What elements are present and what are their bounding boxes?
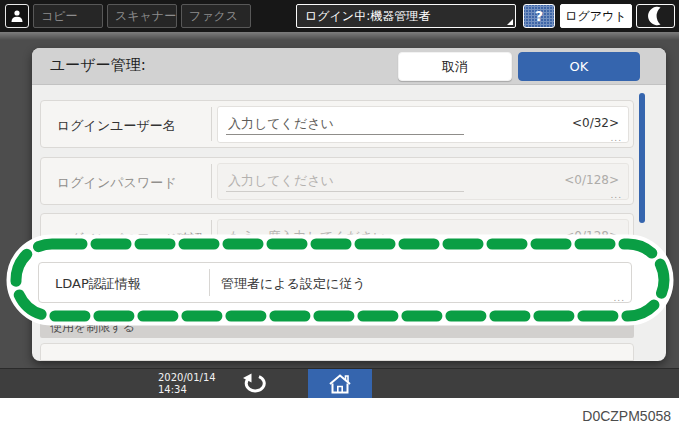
tab-copy[interactable]: コピー [33, 4, 103, 28]
password-label: ログインパスワード [57, 174, 176, 192]
ldap-auth-value: 管理者による設定に従う [221, 275, 366, 293]
password-counter: <0/128> [564, 173, 619, 187]
partial-row [40, 343, 634, 361]
row-divider [211, 164, 212, 198]
cancel-button[interactable]: 取消 [398, 52, 512, 81]
login-name-row: ログインユーザー名 入力してください <0/32> ... [40, 100, 634, 148]
ldap-auth-row[interactable]: LDAP認証情報 管理者による設定に従う ... [38, 262, 632, 303]
device-screen: コピー スキャナー ファクス ログイン中:機器管理者 ? ログアウト ユーザー管… [0, 0, 679, 398]
password-row: ログインパスワード 入力してください <0/128> ... [40, 157, 634, 205]
backdrop-gradient [0, 32, 679, 40]
dropdown-corner-icon [507, 19, 513, 25]
logout-button[interactable]: ログアウト [560, 4, 632, 28]
login-name-input[interactable]: 入力してください <0/32> ... [217, 106, 629, 143]
more-dots-icon: ... [610, 134, 622, 142]
row-divider [211, 107, 212, 141]
datetime-display: 2020/01/14 14:34 [158, 372, 216, 396]
time-text: 14:34 [158, 384, 216, 396]
password-input: 入力してください <0/128> ... [217, 163, 629, 200]
figure-code: D0CZPM5058 [582, 408, 671, 424]
date-text: 2020/01/14 [158, 372, 216, 384]
dialog-title: ユーザー管理: [50, 56, 146, 75]
ok-button[interactable]: OK [518, 52, 640, 81]
back-icon [242, 373, 268, 395]
moon-icon [647, 6, 665, 26]
login-status-label: ログイン中:機器管理者 [305, 9, 430, 23]
user-button[interactable] [5, 4, 29, 28]
status-bar: 2020/01/14 14:34 [0, 368, 679, 398]
login-name-counter: <0/32> [572, 116, 619, 130]
help-button[interactable]: ? [523, 4, 555, 28]
home-button[interactable] [308, 369, 372, 398]
user-icon [10, 9, 24, 23]
password-placeholder: 入力してください [228, 172, 334, 190]
row-divider [209, 269, 210, 296]
scrollbar[interactable] [639, 93, 645, 223]
home-icon [328, 373, 352, 395]
more-dots-icon: ... [610, 191, 622, 199]
login-name-label: ログインユーザー名 [57, 117, 176, 135]
login-status-dropdown[interactable]: ログイン中:機器管理者 [296, 4, 516, 28]
tab-fax[interactable]: ファクス [181, 4, 251, 28]
energy-saver-button[interactable] [636, 4, 675, 28]
back-button[interactable] [238, 371, 272, 397]
input-underline [226, 191, 464, 192]
login-name-placeholder: 入力してください [228, 115, 334, 133]
figure-margin: D0CZPM5058 [0, 398, 679, 431]
tab-scanner[interactable]: スキャナー [107, 4, 177, 28]
dialog-header: ユーザー管理: 取消 OK [32, 48, 666, 85]
more-dots-icon: ... [613, 294, 625, 302]
top-bar: コピー スキャナー ファクス ログイン中:機器管理者 ? ログアウト [0, 0, 679, 32]
ldap-auth-label: LDAP認証情報 [55, 275, 141, 293]
input-underline [226, 134, 464, 135]
